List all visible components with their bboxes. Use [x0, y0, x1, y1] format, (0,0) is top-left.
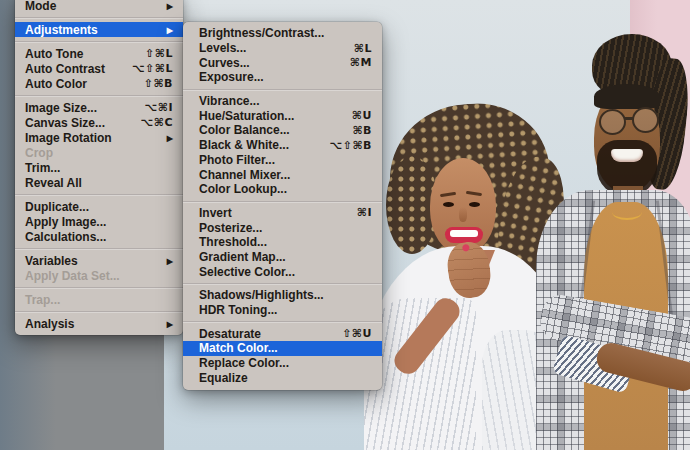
menu-item-label: Reveal All [25, 177, 82, 189]
menu-item-label: Crop [25, 147, 53, 159]
menu-item-shortcut: ⌘M [350, 57, 372, 68]
submenu-arrow-icon: ▶ [167, 134, 173, 142]
menu-item-trim[interactable]: Trim... [15, 160, 183, 175]
menu-item-color-balance[interactable]: Color Balance...⌘B [183, 123, 382, 138]
menu-item-selective-color[interactable]: Selective Color... [183, 264, 382, 279]
menu-item-label: Desaturate [199, 328, 261, 340]
menu-item-label: Mode [25, 0, 56, 12]
menu-item-shortcut: ⌘B [352, 125, 372, 136]
menu-item-invert[interactable]: Invert⌘I [183, 206, 382, 221]
menu-item-label: Color Lookup... [199, 183, 287, 195]
menu-item-mode[interactable]: Mode▶ [15, 0, 183, 13]
menu-item-hue-saturation[interactable]: Hue/Saturation...⌘U [183, 108, 382, 123]
menu-item-vibrance[interactable]: Vibrance... [183, 94, 382, 109]
menu-item-levels[interactable]: Levels...⌘L [183, 41, 382, 56]
menu-item-label: Calculations... [25, 231, 106, 243]
menu-item-image-size[interactable]: Image Size...⌥⌘I [15, 100, 183, 115]
menu-separator [15, 190, 183, 199]
menu-separator [15, 13, 183, 22]
menu-item-shortcut: ⇧⌘B [144, 78, 173, 89]
menu-item-auto-contrast[interactable]: Auto Contrast⌥⇧⌘L [15, 61, 183, 76]
woman-eye-left [443, 202, 454, 207]
menu-item-curves[interactable]: Curves...⌘M [183, 55, 382, 70]
menu-item-image-rotation[interactable]: Image Rotation▶ [15, 130, 183, 145]
menu-item-canvas-size[interactable]: Canvas Size...⌥⌘C [15, 115, 183, 130]
menu-item-gradient-map[interactable]: Gradient Map... [183, 250, 382, 265]
menu-item-analysis[interactable]: Analysis▶ [15, 316, 183, 331]
man-glasses-right-lens [632, 107, 659, 133]
menu-item-label: Hue/Saturation... [199, 110, 294, 122]
menu-item-calculations[interactable]: Calculations... [15, 229, 183, 244]
menu-item-label: Adjustments [25, 24, 98, 36]
menu-item-threshold[interactable]: Threshold... [183, 235, 382, 250]
menu-item-label: Photo Filter... [199, 154, 275, 166]
menu-item-black-white[interactable]: Black & White...⌥⇧⌘B [183, 138, 382, 153]
menu-separator [183, 279, 382, 288]
menu-item-label: Gradient Map... [199, 251, 286, 263]
menu-item-shortcut: ⇧⌘U [342, 328, 372, 339]
menu-item-shortcut: ⌘L [354, 43, 372, 54]
menu-item-duplicate[interactable]: Duplicate... [15, 199, 183, 214]
menu-item-auto-tone[interactable]: Auto Tone⇧⌘L [15, 46, 183, 61]
menu-item-label: Auto Contrast [25, 63, 105, 75]
menu-item-variables[interactable]: Variables▶ [15, 253, 183, 268]
woman-teeth [450, 230, 478, 237]
menu-separator [183, 85, 382, 94]
menu-item-exposure[interactable]: Exposure... [183, 70, 382, 85]
menu-item-desaturate[interactable]: Desaturate⇧⌘U [183, 326, 382, 341]
menu-item-label: Vibrance... [199, 95, 259, 107]
menu-item-label: Image Rotation [25, 132, 112, 144]
menu-item-hdr-toning[interactable]: HDR Toning... [183, 303, 382, 318]
man-hairline [594, 84, 660, 109]
menu-item-label: Threshold... [199, 236, 267, 248]
menu-item-adjustments[interactable]: Adjustments▶ [15, 22, 183, 37]
menu-item-photo-filter[interactable]: Photo Filter... [183, 153, 382, 168]
menu-item-reveal-all[interactable]: Reveal All [15, 175, 183, 190]
menu-item-label: Trim... [25, 162, 60, 174]
menu-item-label: HDR Toning... [199, 304, 277, 316]
menu-separator [15, 37, 183, 46]
menu-item-label: Brightness/Contrast... [199, 27, 324, 39]
menu-item-label: Apply Image... [25, 216, 106, 228]
menu-item-shortcut: ⌥⌘I [145, 102, 173, 113]
submenu-arrow-icon: ▶ [167, 26, 173, 34]
screenshot-root: Mode▶Adjustments▶Auto Tone⇧⌘LAuto Contra… [0, 0, 690, 450]
woman-nose [459, 207, 467, 222]
menu-item-label: Color Balance... [199, 124, 290, 136]
menu-item-label: Analysis [25, 318, 74, 330]
menu-item-channel-mixer[interactable]: Channel Mixer... [183, 167, 382, 182]
submenu-arrow-icon: ▶ [167, 2, 173, 10]
menu-item-apply-data-set: Apply Data Set... [15, 268, 183, 283]
menu-item-shadows-highlights[interactable]: Shadows/Highlights... [183, 288, 382, 303]
man-smile [611, 149, 643, 162]
menu-item-brightness-contrast[interactable]: Brightness/Contrast... [183, 26, 382, 41]
image-menu-panel: Mode▶Adjustments▶Auto Tone⇧⌘LAuto Contra… [15, 0, 183, 335]
man-glasses-left-lens [599, 109, 626, 135]
menu-item-label: Levels... [199, 42, 246, 54]
submenu-arrow-icon: ▶ [167, 320, 173, 328]
menu-item-label: Apply Data Set... [25, 270, 120, 282]
menu-item-color-lookup[interactable]: Color Lookup... [183, 182, 382, 197]
menu-item-label: Match Color... [199, 342, 278, 354]
menu-item-label: Image Size... [25, 102, 97, 114]
menu-item-label: Trap... [25, 294, 60, 306]
menu-item-shortcut: ⌥⇧⌘L [132, 63, 173, 74]
menu-item-shortcut: ⌥⇧⌘B [330, 140, 372, 151]
menu-item-replace-color[interactable]: Replace Color... [183, 356, 382, 371]
menu-item-apply-image[interactable]: Apply Image... [15, 214, 183, 229]
menu-item-label: Duplicate... [25, 201, 89, 213]
menu-item-label: Canvas Size... [25, 117, 105, 129]
menu-item-posterize[interactable]: Posterize... [183, 220, 382, 235]
menu-item-label: Curves... [199, 57, 250, 69]
menu-item-label: Selective Color... [199, 266, 295, 278]
menu-item-label: Auto Color [25, 78, 87, 90]
menu-item-shortcut: ⌥⌘C [141, 117, 173, 128]
menu-item-shortcut: ⌘U [352, 110, 372, 121]
menu-separator [15, 283, 183, 292]
menu-item-label: Exposure... [199, 71, 264, 83]
menu-item-auto-color[interactable]: Auto Color⇧⌘B [15, 76, 183, 91]
menu-item-label: Black & White... [199, 139, 289, 151]
menu-item-label: Replace Color... [199, 357, 289, 369]
menu-item-equalize[interactable]: Equalize [183, 370, 382, 385]
menu-item-match-color[interactable]: Match Color... [183, 341, 382, 356]
